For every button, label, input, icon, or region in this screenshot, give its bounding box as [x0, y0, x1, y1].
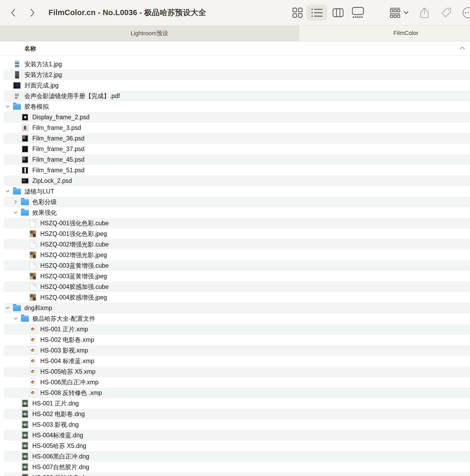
list-item[interactable]: 极品哈苏大全-配置文件 [0, 313, 470, 324]
tab-lightroom-presets[interactable]: Lightroom预设 [0, 26, 299, 41]
list-item[interactable]: HSZQ-004胶感加强.cube [0, 281, 470, 292]
list-item[interactable]: HSZQ-001强化色彩.jpeg [0, 228, 470, 239]
disclosure-chevron-icon [20, 250, 27, 260]
list-item[interactable]: HS-008 反转修色.dng [0, 472, 470, 476]
list-item[interactable]: HS-003 影视.xmp [0, 345, 470, 356]
disclosure-chevron-icon[interactable] [4, 303, 11, 313]
back-button[interactable] [10, 8, 17, 18]
column-view-icon [332, 8, 344, 18]
cube-icon [30, 219, 36, 227]
list-item[interactable]: HSZQ-002增强光影.cube [0, 239, 470, 250]
share-button[interactable] [419, 6, 430, 19]
folder-icon [21, 316, 29, 322]
psd-e-icon [22, 167, 28, 174]
file-name: HS-006黑白正冲.dng [32, 452, 89, 461]
disclosure-chevron-icon[interactable] [4, 186, 11, 197]
list-item[interactable]: HS-007自然胶片.dng [0, 462, 470, 472]
pdf-icon [14, 92, 20, 100]
list-item[interactable]: Film_frame_36.psd [0, 133, 470, 144]
list-item[interactable]: Film_frame_45.psd [0, 154, 470, 165]
file-name: HSZQ-004胶感加强.cube [40, 283, 109, 291]
list-item[interactable]: HS-003 影视.dng [0, 419, 470, 430]
forward-button[interactable] [29, 8, 36, 18]
gallery-view-button[interactable] [352, 6, 364, 19]
dng-icon [22, 442, 28, 450]
jpeg-icon [29, 251, 36, 259]
list-item[interactable]: 会声会影滤镜使用手册【完成】.pdf [0, 91, 470, 101]
list-item[interactable]: HS-001 正片.xmp [0, 324, 470, 334]
list-item[interactable]: HS-001 正片.dng [0, 398, 470, 409]
file-name: HS-006黑白正冲.xmp [40, 378, 99, 386]
list-item[interactable]: HSZQ-002增强光影.jpeg [0, 250, 470, 260]
psd-c-icon [22, 135, 28, 142]
list-item[interactable]: 封面完成.jpg [0, 80, 470, 91]
tab-label: FilmColor [393, 30, 418, 37]
list-item[interactable]: 效果强化 [0, 207, 470, 218]
name-column-header[interactable]: 名称 [24, 45, 36, 53]
file-name: HS-001 正片.dng [32, 399, 79, 408]
file-name: HSZQ-003蓝黄增强.jpeg [40, 272, 107, 280]
row-stripe [4, 69, 470, 80]
row-stripe [4, 175, 470, 186]
list-item[interactable]: HS-002 电影卷.dng [0, 409, 470, 419]
disclosure-chevron-icon[interactable] [12, 313, 19, 324]
more-button[interactable] [462, 7, 470, 19]
ellipsis-circle-icon [462, 7, 470, 19]
tag-button[interactable] [440, 7, 452, 19]
list-item[interactable]: 安装方法1.jpg [0, 59, 470, 69]
disclosure-chevron-icon [20, 377, 27, 387]
file-name: 胶卷模拟 [24, 103, 49, 111]
list-item[interactable]: Film_frame_51.psd [0, 165, 470, 175]
list-item[interactable]: Film_frame_3.psd [0, 122, 470, 133]
list-item[interactable]: HSZQ-004胶感增强.jpeg [0, 292, 470, 303]
disclosure-chevron-icon [12, 144, 19, 154]
file-name: HSZQ-002增强光影.cube [40, 240, 109, 249]
list-item[interactable]: HSZQ-003蓝黄增强.jpeg [0, 271, 470, 281]
jpg-tall-dark-icon [15, 71, 19, 79]
list-item[interactable]: HSZQ-001强化色彩.cube [0, 218, 470, 228]
list-item[interactable]: HS-008 反转修色 .xmp [0, 387, 470, 398]
list-item[interactable]: HS-004 标准蓝.xmp [0, 356, 470, 366]
psd-wide-icon [21, 178, 29, 184]
list-item[interactable]: HS-004标准蓝.dng [0, 430, 470, 440]
file-name: HSZQ-003蓝黄增强.cube [40, 262, 109, 270]
list-item[interactable]: HS-005哈苏 X5.dng [0, 440, 470, 451]
list-item[interactable]: 滤镜与LUT [0, 186, 470, 197]
psd-b-icon [22, 124, 28, 131]
list-item[interactable]: HS-006黑白正冲.xmp [0, 377, 470, 387]
file-name: Display_frame_2.psd [32, 114, 90, 121]
disclosure-chevron-icon[interactable] [4, 101, 11, 112]
icon-view-button[interactable] [292, 7, 303, 19]
list-item[interactable]: Display_frame_2.psd [0, 112, 470, 122]
list-item[interactable]: HSZQ-003蓝黄增强.cube [0, 260, 470, 271]
xmp-icon [30, 336, 36, 343]
list-item[interactable]: HS-002 电影卷.xmp [0, 334, 470, 345]
file-name: HS-004 标准蓝.xmp [40, 357, 94, 365]
list-item[interactable]: Film_frame_37.psd [0, 144, 470, 154]
column-view-button[interactable] [332, 7, 344, 19]
disclosure-chevron-icon[interactable] [12, 207, 19, 218]
sort-ascending-icon[interactable] [459, 46, 465, 50]
file-name: 会声会影滤镜使用手册【完成】.pdf [24, 92, 120, 100]
xmp-icon [30, 357, 36, 365]
toolbar: FilmColor.cn - No.L0036 - 极品哈苏预设大全 [0, 0, 470, 26]
group-by-button[interactable] [387, 7, 411, 19]
list-view-button[interactable] [311, 7, 323, 19]
disclosure-chevron-icon [20, 324, 27, 334]
list-item[interactable]: 胶卷模拟 [0, 101, 470, 112]
xmp-icon [30, 368, 36, 375]
tab-label: Lightroom预设 [131, 29, 168, 37]
file-name: HS-005哈苏 X5.dng [32, 442, 86, 450]
disclosure-chevron-icon[interactable] [12, 197, 19, 207]
dng-icon [22, 410, 28, 418]
list-item[interactable]: 安装方法2.jpg [0, 69, 470, 80]
list-item[interactable]: HS-006黑白正冲.dng [0, 451, 470, 462]
list-item[interactable]: HS-005哈苏 X5.xmp [0, 366, 470, 377]
disclosure-chevron-icon [4, 69, 11, 80]
file-name: 封面完成.jpg [24, 81, 59, 90]
list-item[interactable]: dng和xmp [0, 303, 470, 313]
tab-filmcolor[interactable]: FilmColor [299, 26, 470, 41]
file-name: HS-008 反转修色.dng [32, 474, 91, 476]
list-item[interactable]: ZipLock_2.psd [0, 175, 470, 186]
list-item[interactable]: 色彩分级 [0, 197, 470, 207]
